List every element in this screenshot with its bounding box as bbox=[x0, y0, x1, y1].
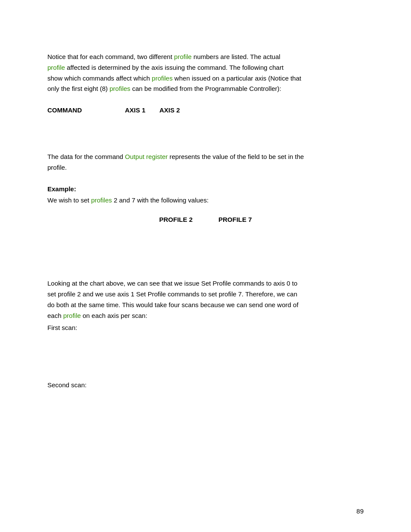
command-table-header: COMMAND AXIS 1 AXIS 2 bbox=[47, 106, 364, 114]
output-register-text: Output register bbox=[125, 153, 168, 160]
profile-header: PROFILE 2 PROFILE 7 bbox=[47, 216, 364, 223]
looking-line1: Looking at the chart above, we can see t… bbox=[47, 280, 297, 287]
axis2-header: AXIS 2 bbox=[159, 106, 194, 114]
example-heading: Example: bbox=[47, 185, 364, 193]
command-header: COMMAND bbox=[47, 106, 125, 114]
intro-paragraph: Notice that for each command, two differ… bbox=[47, 52, 364, 94]
intro-line4-part1: only the first eight (8) bbox=[47, 85, 109, 92]
axis1-header: AXIS 1 bbox=[125, 106, 159, 114]
intro-profiles3: profiles bbox=[152, 75, 172, 82]
first-scan-label: First scan: bbox=[47, 323, 364, 333]
page-number: 89 bbox=[356, 507, 364, 515]
output-part1: The data for the command bbox=[47, 153, 125, 160]
looking-line3: do both at the same time. This would tak… bbox=[47, 301, 299, 308]
intro-line3-part1: show which commands affect which bbox=[47, 75, 152, 82]
first-scan-area bbox=[47, 337, 364, 380]
looking-paragraph: Looking at the chart above, we can see t… bbox=[47, 278, 364, 321]
looking-line4-part1: each bbox=[47, 312, 63, 319]
table-data-area bbox=[47, 117, 364, 152]
example-part2: 2 and 7 with the following values: bbox=[112, 196, 209, 204]
intro-line3-part2: when issued on a particular axis (Notice… bbox=[173, 75, 301, 82]
output-paragraph: The data for the command Output register… bbox=[47, 152, 364, 173]
intro-line2-part2: affected is determined by the axis issui… bbox=[65, 64, 283, 71]
intro-profile1: profile bbox=[174, 53, 192, 60]
intro-profile2: profile bbox=[47, 64, 65, 71]
looking-line4-part2: on each axis per scan: bbox=[81, 312, 147, 319]
example-section: Example: We wish to set profiles 2 and 7… bbox=[47, 185, 364, 206]
intro-line1-part2: numbers are listed. The actual bbox=[192, 53, 280, 60]
example-part1: We wish to set bbox=[47, 196, 91, 204]
second-scan-label: Second scan: bbox=[47, 380, 364, 391]
intro-line4-part2: can be modified from the Programmable Co… bbox=[131, 85, 281, 92]
intro-profiles4: profiles bbox=[109, 85, 130, 92]
output-part2: represents the value of the field to be … bbox=[168, 153, 304, 160]
looking-profile-green: profile bbox=[63, 312, 81, 319]
profile7-label: PROFILE 7 bbox=[218, 216, 252, 223]
profile2-label: PROFILE 2 bbox=[159, 216, 193, 223]
page-container: Notice that for each command, two differ… bbox=[0, 0, 411, 532]
example-profiles: profiles bbox=[91, 196, 112, 204]
intro-line1-part1: Notice that for each command, two differ… bbox=[47, 53, 174, 60]
example-text: We wish to set profiles 2 and 7 with the… bbox=[47, 195, 364, 206]
output-line2: profile. bbox=[47, 164, 67, 171]
profile-table-area bbox=[47, 227, 364, 278]
looking-line2: set profile 2 and we use axis 1 Set Prof… bbox=[47, 290, 297, 298]
